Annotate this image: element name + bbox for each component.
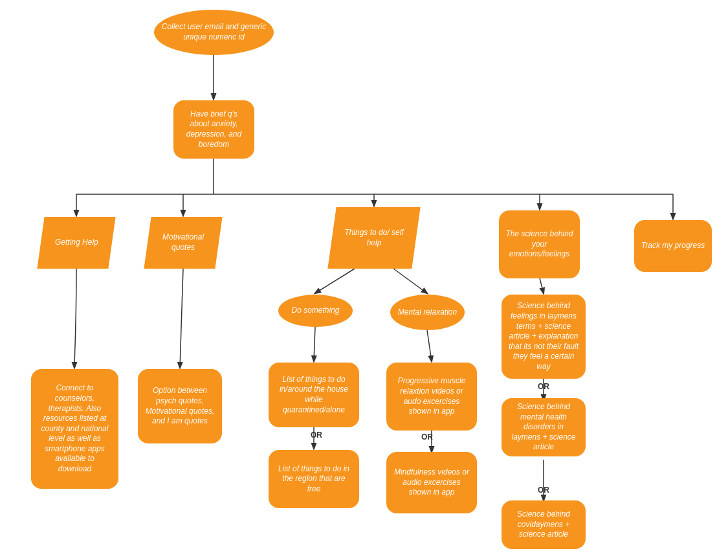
mental-relax-node: Mental relaxation (390, 295, 465, 330)
svg-line-11 (314, 327, 315, 361)
sci-feelings-node: Science behind feelings in laymens terms… (502, 295, 586, 379)
mindfulness-node: Mindfulness videos or audio excercises s… (386, 452, 477, 513)
connect-node: Connect to counselors, therapists. Also … (31, 369, 118, 489)
svg-line-8 (180, 269, 183, 368)
svg-line-13 (427, 330, 432, 361)
or-label-3: OR (538, 382, 549, 391)
do-something-node: Do something (278, 295, 353, 327)
things-todo-node: Things to do/ self help (327, 207, 420, 269)
track-node: Track my progress (634, 220, 712, 272)
brief-q-node: Have brief q's about anxiety, depression… (173, 100, 254, 159)
progressive-node: Progressive muscle relaxtion videos or a… (386, 363, 477, 431)
option-quotes-node: Option between psych quotes, Motivationa… (138, 369, 222, 443)
svg-line-9 (315, 269, 355, 293)
list-region-node: List of things to do in the region that … (269, 450, 359, 508)
svg-line-15 (540, 278, 544, 293)
or-label-1: OR (311, 431, 322, 440)
sci-disorders-node: Science behind mental health disorders i… (502, 398, 586, 456)
science-node: The science behind your emotions/feeling… (499, 210, 580, 278)
collect-node: Collect user email and generic unique nu… (154, 10, 274, 55)
motivational-node: Motivational quotes (144, 217, 222, 269)
getting-help-node: Getting Help (37, 217, 115, 269)
or-label-2: OR (421, 432, 433, 442)
sci-covid-node: Science behind covidaymens + science art… (502, 500, 586, 549)
flowchart-diagram: Collect user email and generic unique nu… (0, 0, 728, 560)
svg-line-10 (393, 269, 427, 293)
list-house-node: List of things to do in/around the house… (269, 363, 359, 427)
or-label-4: OR (538, 486, 549, 495)
